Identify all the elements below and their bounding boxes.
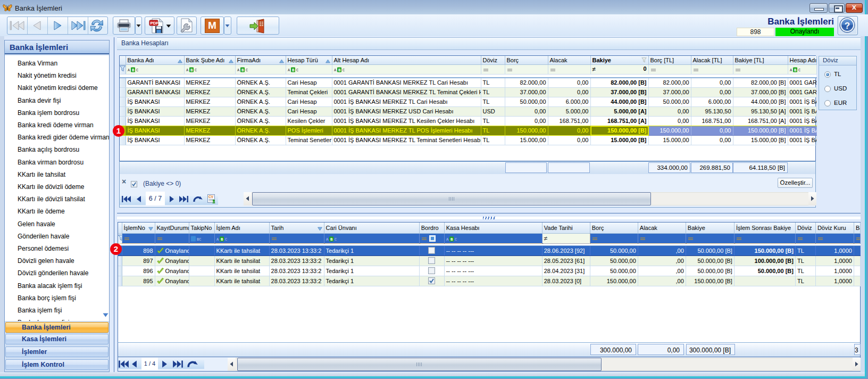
svg-text:A: A [288,68,290,72]
svg-text:B: B [241,68,244,72]
svg-text:C: C [455,237,457,242]
svg-text:A: A [237,68,240,72]
svg-text:C: C [195,68,197,72]
svg-text:B: B [794,68,797,72]
svg-text:C: C [798,68,800,72]
svg-text:C: C [246,68,248,72]
svg-text:B: B [132,68,135,72]
svg-text:PDF: PDF [151,21,159,26]
svg-text:A: A [128,68,130,72]
svg-text:A: A [790,68,792,72]
svg-text:C: C [343,68,345,72]
svg-text:A: A [334,68,337,72]
svg-text:CV: CV [208,195,214,199]
svg-text:C: C [136,68,138,72]
svg-text:BC: BC [197,237,201,241]
svg-text:B: B [292,68,295,72]
svg-text:C: C [335,237,337,242]
svg-text:A: A [186,68,189,72]
svg-text:B: B [338,68,341,72]
svg-text:A: A [216,237,219,242]
svg-text:B: B [330,237,333,242]
svg-text:A: A [326,237,329,242]
svg-text:C: C [225,237,227,242]
svg-text:C: C [296,68,298,72]
svg-text:B: B [221,237,223,242]
svg-text:B: B [450,237,453,242]
svg-text:B: B [190,68,193,72]
svg-text:A: A [446,237,449,242]
